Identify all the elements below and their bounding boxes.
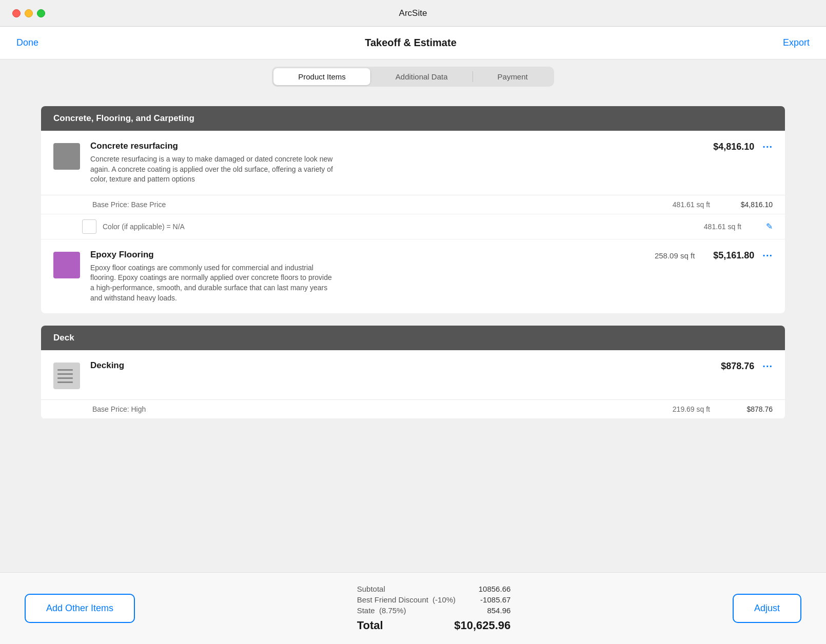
subrow-concrete-label: Base Price: Base Price: [92, 200, 648, 209]
product-right-concrete: $4,816.10 ···: [703, 141, 773, 153]
discount-value: -1085.67: [480, 595, 510, 604]
product-item-decking: Decking $878.76 ···: [41, 350, 785, 400]
list-line-2: [57, 373, 73, 375]
product-right-decking: $878.76 ···: [703, 360, 773, 372]
subtotal-label: Subtotal: [357, 585, 385, 593]
page-title: Takeoff & Estimate: [365, 37, 457, 49]
maximize-button[interactable]: [37, 9, 45, 17]
product-qty-epoxy: 258.09 sq ft: [655, 251, 695, 260]
product-right-epoxy: 258.09 sq ft $5,161.80 ···: [655, 250, 773, 261]
product-thumbnail-decking: [53, 363, 80, 389]
more-options-epoxy[interactable]: ···: [762, 250, 773, 261]
color-qty-concrete: 481.61 sq ft: [680, 223, 741, 231]
total-row: Total $10,625.96: [357, 619, 511, 632]
header: Done Takeoff & Estimate Export: [0, 27, 826, 59]
color-label-concrete: Color (if applicable) = N/A: [103, 223, 680, 231]
tab-group: Product Items Additional Data Payment: [272, 67, 554, 87]
done-button[interactable]: Done: [16, 37, 38, 48]
product-price-concrete: $4,816.10: [703, 142, 754, 152]
adjust-button[interactable]: Adjust: [733, 594, 801, 623]
subrow-decking-qty: 219.69 sq ft: [648, 405, 710, 413]
section-header-concrete: Concrete, Flooring, and Carpeting: [41, 106, 785, 131]
more-options-concrete[interactable]: ···: [762, 141, 773, 153]
export-button[interactable]: Export: [783, 37, 810, 48]
product-name-epoxy: Epoxy Flooring: [90, 250, 644, 260]
product-item-epoxy: Epoxy Flooring Epoxy floor coatings are …: [41, 239, 785, 313]
close-button[interactable]: [12, 9, 21, 17]
product-info-decking: Decking: [90, 360, 693, 374]
state-label: State (8.75%): [357, 606, 406, 615]
product-price-decking: $878.76: [703, 361, 754, 372]
product-info-concrete: Concrete resurfacing Concrete resurfacin…: [90, 141, 693, 185]
traffic-lights: [12, 9, 45, 17]
product-price-epoxy: $5,161.80: [703, 250, 754, 261]
subrow-concrete-base: Base Price: Base Price 481.61 sq ft $4,8…: [41, 195, 785, 214]
subrow-concrete-qty: 481.61 sq ft: [648, 200, 710, 209]
more-options-decking[interactable]: ···: [762, 360, 773, 372]
main-content: Concrete, Flooring, and Carpeting Concre…: [0, 94, 826, 572]
color-row-concrete: Color (if applicable) = N/A 481.61 sq ft…: [41, 214, 785, 239]
state-value: 854.96: [487, 606, 510, 615]
tab-product-items[interactable]: Product Items: [273, 68, 370, 85]
product-thumbnail-epoxy: [53, 252, 80, 278]
app-window: Done Takeoff & Estimate Export Product I…: [0, 27, 826, 644]
subrow-decking-base: Base Price: High 219.69 sq ft $878.76: [41, 400, 785, 419]
edit-icon-concrete[interactable]: ✎: [766, 222, 773, 231]
subtotal-value: 10856.66: [479, 585, 511, 593]
subrow-concrete-price: $4,816.10: [726, 200, 773, 209]
subrow-decking-label: Base Price: High: [92, 405, 648, 413]
totals-section: Subtotal 10856.66 Best Friend Discount (…: [357, 585, 511, 632]
product-desc-concrete: Concrete resurfacing is a way to make da…: [90, 154, 337, 185]
app-title: ArcSite: [399, 8, 427, 18]
state-row: State (8.75%) 854.96: [357, 606, 511, 615]
total-label: Total: [357, 619, 383, 632]
section-header-deck: Deck: [41, 326, 785, 350]
product-item-concrete-resurfacing: Concrete resurfacing Concrete resurfacin…: [41, 131, 785, 195]
subtotal-row: Subtotal 10856.66: [357, 585, 511, 593]
tab-additional-data[interactable]: Additional Data: [371, 68, 473, 85]
title-bar: ArcSite: [0, 0, 826, 27]
discount-row: Best Friend Discount (-10%) -1085.67: [357, 595, 511, 604]
minimize-button[interactable]: [25, 9, 33, 17]
product-name-decking: Decking: [90, 360, 693, 371]
list-line-1: [57, 369, 73, 371]
list-line-4: [57, 381, 73, 383]
footer: Add Other Items Subtotal 10856.66 Best F…: [0, 572, 826, 644]
tab-bar: Product Items Additional Data Payment: [0, 59, 826, 94]
total-value: $10,625.96: [454, 619, 510, 632]
color-swatch-concrete: [82, 219, 96, 234]
list-line-3: [57, 377, 73, 379]
discount-label: Best Friend Discount (-10%): [357, 595, 456, 604]
section-concrete-flooring: Concrete, Flooring, and Carpeting Concre…: [41, 106, 785, 313]
product-desc-epoxy: Epoxy floor coatings are commonly used f…: [90, 263, 337, 303]
product-name-concrete: Concrete resurfacing: [90, 141, 693, 151]
subrow-decking-price: $878.76: [726, 405, 773, 413]
product-info-epoxy: Epoxy Flooring Epoxy floor coatings are …: [90, 250, 644, 303]
add-other-items-button[interactable]: Add Other Items: [25, 594, 135, 623]
tab-payment[interactable]: Payment: [473, 68, 553, 85]
section-deck: Deck Decking $878.76 ··· Ba: [41, 326, 785, 419]
product-thumbnail-concrete: [53, 143, 80, 170]
